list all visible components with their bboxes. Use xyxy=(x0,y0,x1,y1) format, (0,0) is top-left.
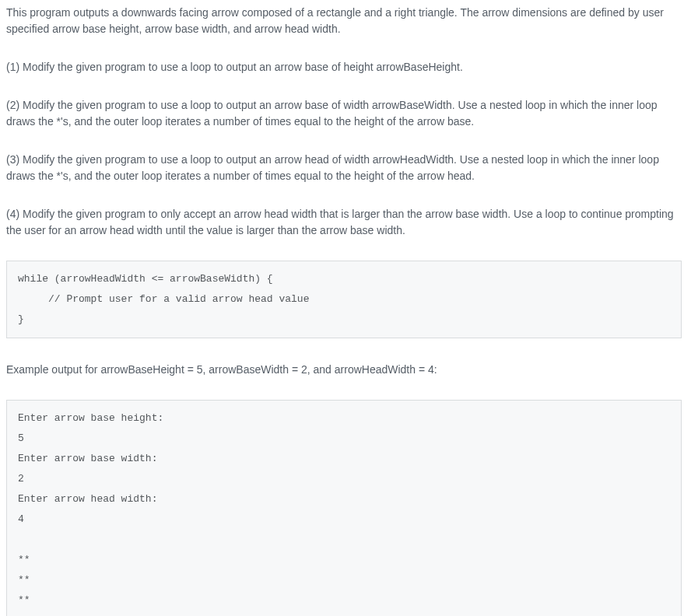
intro-paragraph: This program outputs a downwards facing … xyxy=(6,5,682,37)
step-3: (3) Modify the given program to use a lo… xyxy=(6,152,682,184)
step-4: (4) Modify the given program to only acc… xyxy=(6,206,682,239)
step-2: (2) Modify the given program to use a lo… xyxy=(6,97,682,130)
code-block-example-output: Enter arrow base height: 5 Enter arrow b… xyxy=(6,400,682,616)
code-block-while-loop: while (arrowHeadWidth <= arrowBaseWidth)… xyxy=(6,261,682,338)
example-output-label: Example output for arrowBaseHeight = 5, … xyxy=(6,362,682,378)
step-1: (1) Modify the given program to use a lo… xyxy=(6,59,682,75)
